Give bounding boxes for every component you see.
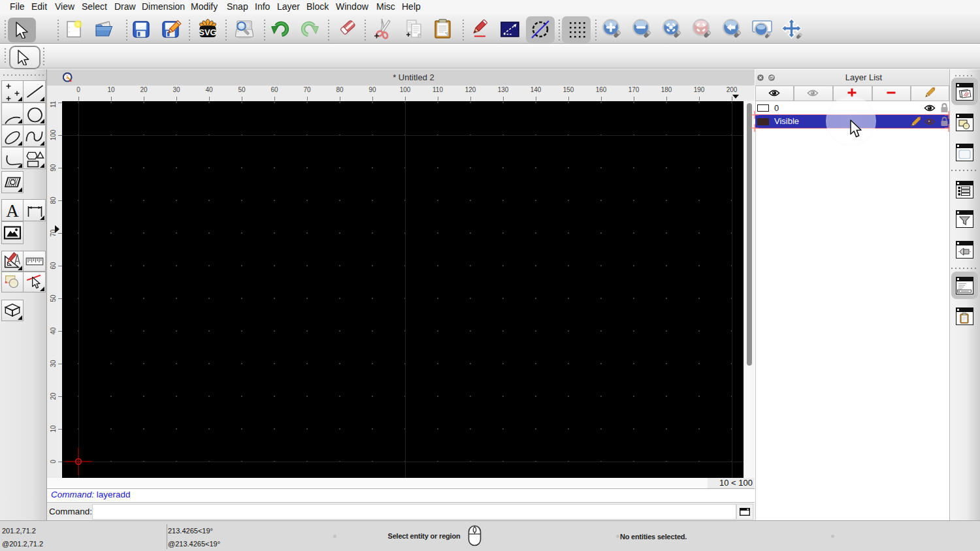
- svg-text:A: A: [6, 201, 19, 221]
- svg-text:SVG: SVG: [199, 27, 216, 37]
